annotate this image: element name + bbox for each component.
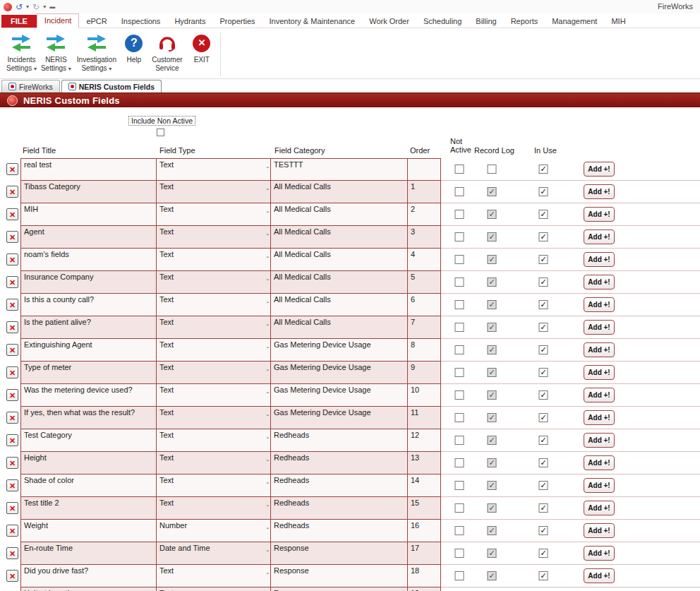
chevron-down-icon[interactable]: ˘ (267, 347, 269, 353)
delete-row-button[interactable]: ✕ (6, 231, 18, 243)
field-category-cell[interactable]: Gas Metering Device Usage (271, 339, 408, 362)
add-button[interactable]: Add +! (584, 162, 615, 177)
field-title-cell[interactable]: Extinguishing Agent (20, 339, 157, 362)
undo-dropdown-icon[interactable]: ▾ (26, 3, 29, 11)
not-active-checkbox[interactable] (455, 255, 464, 264)
not-active-checkbox[interactable] (455, 390, 464, 400)
delete-row-button[interactable]: ✕ (6, 299, 18, 311)
order-cell[interactable]: 16 (408, 520, 441, 542)
chevron-down-icon[interactable]: ˘ (267, 324, 269, 330)
field-type-select[interactable]: Text ˘ (157, 316, 271, 339)
delete-row-button[interactable]: ✕ (6, 502, 18, 514)
delete-row-button[interactable]: ✕ (6, 163, 18, 175)
not-active-checkbox[interactable] (455, 323, 464, 332)
in-use-checkbox[interactable] (539, 187, 548, 196)
delete-row-button[interactable]: ✕ (6, 434, 18, 446)
ribbon-tab-properties[interactable]: Properties (212, 15, 262, 28)
field-title-cell[interactable]: Was the metering device used? (20, 384, 157, 407)
in-use-checkbox[interactable] (539, 255, 548, 264)
field-category-cell[interactable]: Redheads (271, 497, 408, 520)
add-button[interactable]: Add +! (584, 184, 615, 199)
chevron-down-icon[interactable]: ˘ (267, 392, 269, 398)
ribbon-tab-epcr[interactable]: ePCR (79, 15, 114, 28)
record-log-checkbox[interactable] (488, 277, 497, 287)
delete-row-button[interactable]: ✕ (6, 344, 18, 356)
field-type-select[interactable]: Text ˘ (157, 203, 271, 226)
doc-tab-fireworks[interactable]: FireWorks (1, 80, 60, 92)
record-log-checkbox[interactable] (488, 187, 497, 196)
chevron-down-icon[interactable]: ˘ (267, 369, 269, 376)
field-type-select[interactable]: Text ˘ (157, 497, 271, 520)
undo-icon[interactable]: ↺ (16, 3, 23, 11)
field-title-cell[interactable]: Tibass Category (20, 181, 157, 203)
chevron-down-icon[interactable]: ˘ (267, 234, 269, 240)
record-log-checkbox[interactable] (488, 232, 497, 241)
order-cell[interactable]: 18 (408, 565, 441, 587)
order-cell[interactable]: 4 (408, 249, 441, 271)
record-log-checkbox[interactable] (488, 413, 497, 422)
chevron-down-icon[interactable]: ˘ (267, 460, 269, 466)
delete-row-button[interactable]: ✕ (6, 321, 18, 333)
order-cell[interactable]: 1 (408, 181, 441, 203)
ribbon-tab-reports[interactable]: Reports (504, 15, 545, 28)
not-active-checkbox[interactable] (455, 503, 464, 513)
investigation-settings-button[interactable]: Investigation Settings ▾ (73, 31, 120, 73)
not-active-checkbox[interactable] (455, 277, 464, 287)
order-cell[interactable]: 19 (408, 587, 441, 591)
delete-row-button[interactable]: ✕ (6, 366, 18, 378)
record-log-checkbox[interactable] (488, 390, 497, 400)
incidents-settings-button[interactable]: Incidents Settings ▾ (4, 31, 39, 73)
order-cell[interactable]: 2 (408, 203, 441, 226)
in-use-checkbox[interactable] (539, 368, 548, 377)
ribbon-tab-incident[interactable]: Incident (37, 13, 80, 28)
order-cell[interactable]: 13 (408, 452, 441, 474)
field-category-cell[interactable]: Response (271, 587, 408, 591)
add-button[interactable]: Add +! (584, 568, 615, 583)
field-type-select[interactable]: Text ˘ (157, 452, 271, 474)
field-title-cell[interactable]: real test (20, 158, 157, 181)
field-category-cell[interactable]: All Medical Calls (271, 181, 408, 203)
record-log-checkbox[interactable] (488, 368, 497, 377)
add-button[interactable]: Add +! (584, 275, 615, 289)
field-category-cell[interactable]: Gas Metering Device Usage (271, 407, 408, 429)
order-cell[interactable]: 17 (408, 542, 441, 565)
in-use-checkbox[interactable] (539, 549, 548, 558)
field-type-select[interactable]: Text ˘ (157, 271, 271, 294)
record-log-checkbox[interactable] (488, 345, 497, 354)
order-cell[interactable]: 11 (408, 407, 441, 429)
add-button[interactable]: Add +! (584, 297, 615, 312)
field-type-select[interactable]: Text ˘ (157, 249, 271, 271)
chevron-down-icon[interactable]: ˘ (267, 414, 269, 421)
field-title-cell[interactable]: Test title 2 (20, 497, 157, 520)
not-active-checkbox[interactable] (455, 232, 464, 241)
field-type-select[interactable]: Text ˘ (157, 474, 271, 497)
field-type-select[interactable]: Number ˘ (157, 520, 271, 542)
ribbon-tab-hydrants[interactable]: Hydrants (167, 15, 212, 28)
field-category-cell[interactable]: Redheads (271, 520, 408, 542)
help-button[interactable]: ? Help (120, 31, 148, 64)
field-category-cell[interactable]: Redheads (271, 429, 408, 452)
order-cell[interactable]: 14 (408, 474, 441, 497)
chevron-down-icon[interactable]: ˘ (267, 211, 269, 217)
app-icon[interactable] (4, 3, 12, 11)
in-use-checkbox[interactable] (539, 300, 548, 309)
in-use-checkbox[interactable] (539, 503, 548, 513)
field-title-cell[interactable]: noam's fields (20, 249, 157, 271)
field-type-select[interactable]: Text ˘ (157, 226, 271, 249)
add-button[interactable]: Add +! (584, 433, 615, 448)
not-active-checkbox[interactable] (455, 413, 464, 422)
ribbon-tab-management[interactable]: Management (545, 15, 604, 28)
record-log-checkbox[interactable] (488, 323, 497, 332)
delete-row-button[interactable]: ✕ (6, 412, 18, 424)
order-cell[interactable]: 7 (408, 316, 441, 339)
not-active-checkbox[interactable] (455, 345, 464, 354)
ribbon-tab-scheduling[interactable]: Scheduling (416, 15, 469, 28)
field-title-cell[interactable]: MIH (20, 203, 157, 226)
record-log-checkbox[interactable] (488, 165, 497, 174)
in-use-checkbox[interactable] (539, 458, 548, 467)
not-active-checkbox[interactable] (455, 187, 464, 196)
neris-settings-button[interactable]: NERIS Settings ▾ (39, 31, 73, 73)
field-type-select[interactable]: Text ˘ (157, 294, 271, 316)
field-category-cell[interactable]: All Medical Calls (271, 316, 408, 339)
field-title-cell[interactable]: Is this a county call? (20, 294, 157, 316)
